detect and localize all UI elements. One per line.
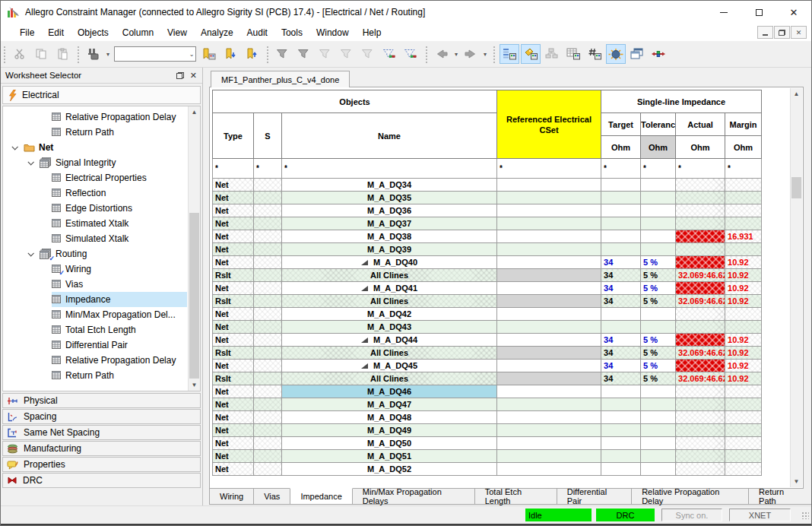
name-cell[interactable]: M_A_DQ39	[282, 243, 497, 256]
worksheet-tab-min-max-propagation-delays[interactable]: Min/Max Propagation Delays	[352, 489, 475, 505]
s-cell[interactable]	[254, 256, 282, 269]
margin-cell[interactable]: 16.931	[725, 230, 762, 243]
section-same-net-spacing[interactable]: Same Net Spacing	[2, 425, 201, 440]
tolerance-cell[interactable]	[641, 385, 676, 398]
name-cell[interactable]: M_A_DQ50	[282, 437, 497, 450]
name-cell[interactable]: M_A_DQ42	[282, 308, 497, 321]
s-cell[interactable]	[254, 372, 282, 385]
target-cell[interactable]	[601, 230, 641, 243]
worksheet-tab-relative-propagation-delay[interactable]: Relative Propagation Delay	[631, 489, 749, 505]
name-cell[interactable]: M_A_DQ47	[282, 398, 497, 411]
margin-cell[interactable]	[725, 411, 762, 424]
referenced-cset-cell[interactable]	[497, 217, 601, 230]
margin-cell[interactable]	[725, 398, 762, 411]
type-cell[interactable]: Net	[213, 179, 254, 192]
filter-cell[interactable]: *	[213, 159, 254, 179]
actual-cell[interactable]	[676, 243, 725, 256]
name-cell[interactable]: All Clines	[282, 295, 497, 308]
tree-item-return-path[interactable]: Return Path	[3, 125, 187, 140]
actual-cell[interactable]	[676, 321, 725, 334]
margin-cell[interactable]	[725, 424, 762, 437]
type-cell[interactable]: Net	[213, 463, 254, 476]
menu-column[interactable]: Column	[116, 25, 160, 40]
close-panel-icon[interactable]: ✕	[190, 71, 197, 80]
tree-item-electrical-properties[interactable]: Electrical Properties	[3, 170, 187, 185]
referenced-cset-cell[interactable]	[497, 192, 601, 204]
target-cell[interactable]	[601, 217, 641, 230]
tolerance-cell[interactable]	[641, 217, 676, 230]
actual-cell[interactable]	[676, 204, 725, 217]
filter-refresh-button[interactable]	[273, 44, 293, 64]
s-cell[interactable]	[254, 204, 282, 217]
object-search-combobox[interactable]: ⌄	[114, 46, 196, 62]
type-cell[interactable]: Rslt	[213, 347, 254, 360]
type-cell[interactable]: Net	[213, 334, 254, 347]
actual-cell[interactable]: 32.069:46.62	[676, 269, 725, 282]
section-physical[interactable]: Physical	[2, 393, 201, 408]
tree-item-relative-propagation-delay[interactable]: Relative Propagation Delay	[3, 109, 187, 125]
target-cell[interactable]	[601, 243, 641, 256]
actual-cell[interactable]	[676, 230, 725, 243]
actual-cell[interactable]: 32.069:46.62	[676, 372, 725, 385]
type-cell[interactable]: Rslt	[213, 269, 254, 282]
tree-item-net[interactable]: Net	[3, 140, 187, 155]
margin-cell[interactable]: 10.92	[725, 295, 762, 308]
type-cell[interactable]: Net	[213, 437, 254, 450]
type-cell[interactable]: Net	[213, 243, 254, 256]
bookmark-capture-button[interactable]	[199, 44, 219, 64]
referenced-cset-cell[interactable]	[497, 295, 601, 308]
type-cell[interactable]: Net	[213, 217, 254, 230]
menu-audit[interactable]: Audit	[240, 25, 274, 40]
s-cell[interactable]	[254, 360, 282, 372]
s-cell[interactable]	[254, 334, 282, 347]
s-cell[interactable]	[254, 385, 282, 398]
count-view-button[interactable]	[585, 44, 604, 64]
name-cell[interactable]: M_A_DQ49	[282, 424, 497, 437]
toolbar-drag-handle[interactable]	[424, 45, 428, 63]
name-cell[interactable]: M_A_DQ44	[282, 334, 497, 347]
actual-cell[interactable]	[676, 411, 725, 424]
name-cell[interactable]: M_A_DQ48	[282, 411, 497, 424]
tree-item-routing[interactable]: ✓Routing	[3, 246, 187, 261]
tree-item-total-etch-length[interactable]: Total Etch Length	[3, 322, 187, 337]
actual-cell[interactable]	[676, 360, 725, 372]
worksheet-tab-differential-pair[interactable]: Differential Pair	[557, 489, 632, 505]
type-cell[interactable]: Net	[213, 204, 254, 217]
toggle-cset-references-button[interactable]	[521, 44, 541, 64]
previous-bookmark-button[interactable]	[242, 44, 262, 64]
name-cell[interactable]: All Clines	[282, 269, 497, 282]
filter-clear-button[interactable]	[294, 44, 314, 64]
name-cell[interactable]: M_A_DQ46	[282, 385, 497, 398]
worksheet-tab-wiring[interactable]: Wiring	[209, 489, 254, 505]
filter-cell[interactable]: *	[725, 159, 762, 179]
toggle-worksheet-selector-button[interactable]	[500, 44, 519, 64]
worksheet-tab-total-etch-length[interactable]: Total Etch Length	[474, 489, 557, 505]
tree-scrollbar[interactable]: ▲ ▼	[188, 106, 200, 391]
tree-item-relative-propagation-delay[interactable]: Relative Propagation Delay	[3, 353, 187, 368]
margin-cell[interactable]	[725, 243, 762, 256]
name-cell[interactable]: M_A_DQ36	[282, 204, 497, 217]
target-cell[interactable]	[601, 424, 641, 437]
section-spacing[interactable]: Spacing	[2, 409, 201, 424]
section-properties[interactable]: Properties	[2, 457, 201, 472]
scroll-up-icon[interactable]: ▲	[189, 106, 200, 118]
type-cell[interactable]: Net	[213, 321, 254, 334]
referenced-cset-cell[interactable]	[497, 243, 601, 256]
menu-tools[interactable]: Tools	[274, 25, 309, 40]
margin-cell[interactable]	[725, 179, 762, 192]
domain-header-electrical[interactable]: Electrical	[2, 86, 201, 104]
tree-item-signal-integrity[interactable]: Signal Integrity	[3, 155, 187, 170]
s-cell[interactable]	[254, 179, 282, 192]
s-cell[interactable]	[254, 411, 282, 424]
actual-cell[interactable]	[676, 217, 725, 230]
filter-cell[interactable]: *	[601, 159, 641, 179]
s-cell[interactable]	[254, 424, 282, 437]
type-cell[interactable]: Net	[213, 192, 254, 204]
referenced-cset-cell[interactable]	[497, 360, 601, 372]
mdi-close-button[interactable]: ✕	[791, 26, 807, 39]
tree-item-return-path[interactable]: Return Path	[3, 368, 187, 383]
toolbar-drag-handle[interactable]	[265, 45, 269, 63]
tolerance-cell[interactable]: 5 %	[641, 269, 676, 282]
tree-item-min-max-propagation-del[interactable]: Min/Max Propagation Del...	[3, 307, 187, 322]
target-cell[interactable]: 34	[601, 269, 641, 282]
